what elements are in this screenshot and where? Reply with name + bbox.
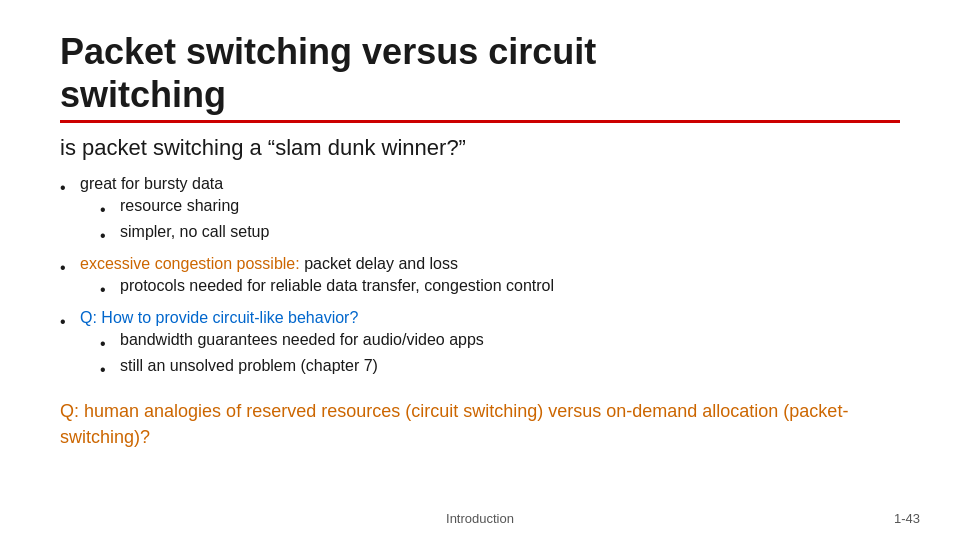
title-line2: switching	[60, 74, 226, 115]
slide-footer: Introduction 1-43	[0, 511, 960, 526]
bullet-dot-2: •	[60, 259, 72, 277]
sub-list-2: • protocols needed for reliable data tra…	[100, 277, 900, 299]
bottom-text: human analogies of reserved resources (c…	[60, 401, 848, 446]
bullet-text-2-suffix: packet delay and loss	[300, 255, 458, 272]
bullet-item-2: • excessive congestion possible: packet …	[60, 255, 900, 303]
sub-text-2-1: protocols needed for reliable data trans…	[120, 277, 554, 295]
slide-container: Packet switching versus circuit switchin…	[0, 0, 960, 540]
sub-dot-3-1: •	[100, 335, 112, 353]
sub-item-1-1: • resource sharing	[100, 197, 900, 219]
bullet-text-2-prefix: excessive congestion possible:	[80, 255, 300, 272]
sub-text-1-2: simpler, no call setup	[120, 223, 269, 241]
sub-text-3-2: still an unsolved problem (chapter 7)	[120, 357, 378, 375]
sub-item-3-2: • still an unsolved problem (chapter 7)	[100, 357, 900, 379]
bullet-content-1: great for bursty data • resource sharing…	[80, 175, 900, 249]
sub-item-3-1: • bandwidth guarantees needed for audio/…	[100, 331, 900, 353]
bullet-text-1: great for bursty data	[80, 175, 223, 192]
sub-dot-3-2: •	[100, 361, 112, 379]
sub-dot-2-1: •	[100, 281, 112, 299]
title-line1: Packet switching versus circuit	[60, 31, 596, 72]
sub-text-3-1: bandwidth guarantees needed for audio/vi…	[120, 331, 484, 349]
slide-title: Packet switching versus circuit switchin…	[60, 30, 900, 116]
subtitle: is packet switching a “slam dunk winner?…	[60, 135, 900, 161]
sub-list-3: • bandwidth guarantees needed for audio/…	[100, 331, 900, 379]
sub-item-1-2: • simpler, no call setup	[100, 223, 900, 245]
bullet-content-2: excessive congestion possible: packet de…	[80, 255, 900, 303]
main-bullet-list: • great for bursty data • resource shari…	[60, 175, 900, 383]
bullet-item-1: • great for bursty data • resource shari…	[60, 175, 900, 249]
bullet-text-3-prefix: Q: How to provide circuit-like behavior?	[80, 309, 358, 326]
bullet-content-3: Q: How to provide circuit-like behavior?…	[80, 309, 900, 383]
bullet-item-3: • Q: How to provide circuit-like behavio…	[60, 309, 900, 383]
bottom-prefix: Q:	[60, 401, 79, 421]
bullet-dot-3: •	[60, 313, 72, 331]
footer-center: Introduction	[446, 511, 514, 526]
title-underline	[60, 120, 900, 123]
bottom-section: Q: human analogies of reserved resources…	[60, 399, 900, 449]
sub-dot-1-1: •	[100, 201, 112, 219]
sub-dot-1-2: •	[100, 227, 112, 245]
title-block: Packet switching versus circuit switchin…	[60, 30, 900, 123]
footer-right: 1-43	[894, 511, 920, 526]
sub-item-2-1: • protocols needed for reliable data tra…	[100, 277, 900, 299]
sub-list-1: • resource sharing • simpler, no call se…	[100, 197, 900, 245]
sub-text-1-1: resource sharing	[120, 197, 239, 215]
bullet-dot-1: •	[60, 179, 72, 197]
